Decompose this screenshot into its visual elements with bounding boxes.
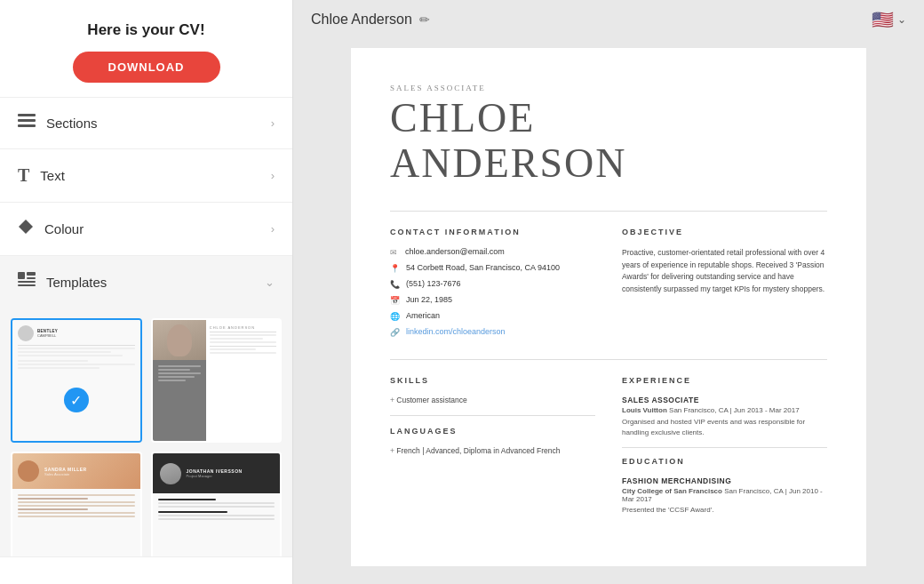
cv-divider-2 (390, 359, 827, 360)
exp-desc-0: Organised and hosted VIP events and was … (622, 417, 827, 438)
contact-title: CONTACT INFORMATION (390, 228, 595, 236)
edu-desc-0: Presented the 'CCSF Award'. (622, 506, 827, 514)
cv-divider-skills (390, 415, 595, 416)
sections-label: Sections (46, 116, 98, 131)
contact-address: 📍 54 Corbett Road, San Francisco, CA 941… (390, 263, 595, 273)
cv-title-area: Chloe Anderson ✏ (311, 12, 430, 28)
right-panel: Chloe Anderson ✏ 🇺🇸 ⌄ SALES ASSOCIATE CH… (293, 0, 924, 584)
flag-icon: 🇺🇸 (872, 9, 894, 30)
edu-school-name-0: City College of San Francisco (622, 487, 722, 495)
lang-item-0: French | Advanced, Diploma in Advanced F… (390, 446, 595, 455)
right-col: EXPERIENCE SALES ASSOCIATE Louis Vuitton… (622, 376, 827, 514)
svg-rect-5 (27, 277, 36, 279)
colour-chevron: › (271, 222, 275, 236)
contact-nationality: 🌐 American (390, 311, 595, 321)
header-title: Here is your CV! (18, 21, 275, 39)
template-card-chloe[interactable]: CHLOE ANDERSON (151, 318, 283, 443)
edu-degree-0: FASHION MERCHANDISING (622, 476, 827, 485)
svg-rect-3 (18, 272, 25, 279)
location-icon: 📍 (390, 264, 400, 273)
calendar-icon: 📅 (390, 296, 400, 305)
svg-rect-2 (18, 124, 36, 127)
cv-divider-1 (390, 211, 827, 212)
templates-icon (18, 272, 36, 292)
text-icon: T (18, 165, 29, 186)
contact-dob: 📅 Jun 22, 1985 (390, 295, 595, 305)
svg-rect-4 (27, 272, 36, 276)
cv-name-line2: ANDERSON (390, 140, 626, 186)
cv-full-name: CHLOE ANDERSON (390, 96, 827, 186)
linkedin-icon: 🔗 (390, 328, 400, 337)
objective-title: OBJECTIVE (622, 228, 827, 236)
objective-text: Proactive, customer-orientated retail pr… (622, 247, 827, 295)
templates-section: Templates ⌄ BENTLEY CAMPBELL (0, 256, 292, 557)
cv-divider-exp (622, 447, 827, 448)
sections-icon (18, 114, 36, 132)
exp-company-detail-0: San Francisco, CA | Jun 2013 - Mar 2017 (669, 406, 800, 414)
cv-job-title: SALES ASSOCIATE (390, 84, 827, 92)
languages-title: LANGUAGES (390, 427, 595, 436)
linkedin-link[interactable]: linkedin.com/chloeanderson (406, 327, 506, 336)
phone-icon: 📞 (390, 280, 400, 289)
cv-container: SALES ASSOCIATE CHLOE ANDERSON CONTACT I… (293, 39, 924, 584)
contact-linkedin: 🔗 linkedin.com/chloeanderson (390, 327, 595, 337)
left-col: SKILLS Customer assistance LANGUAGES Fre… (390, 376, 595, 514)
skill-item-0: Customer assistance (390, 396, 595, 404)
sidebar-item-sections[interactable]: Sections › (0, 98, 292, 149)
templates-header[interactable]: Templates ⌄ (0, 256, 292, 308)
objective-section: OBJECTIVE Proactive, customer-orientated… (622, 228, 827, 343)
skills-title: SKILLS (390, 376, 595, 385)
colour-icon (18, 219, 34, 239)
experience-title: EXPERIENCE (622, 376, 827, 385)
exp-company-0: Louis Vuitton San Francisco, CA | Jun 20… (622, 406, 827, 414)
text-label: Text (40, 168, 65, 183)
templates-grid: BENTLEY CAMPBELL ✓ (0, 308, 292, 556)
templates-label: Templates (46, 275, 107, 290)
download-button[interactable]: DOWNLOAD (73, 52, 220, 83)
edit-icon[interactable]: ✏ (419, 12, 430, 27)
email-icon: ✉ (390, 248, 399, 257)
svg-rect-7 (18, 284, 36, 286)
right-header: Chloe Anderson ✏ 🇺🇸 ⌄ (293, 0, 924, 39)
svg-rect-0 (18, 114, 36, 116)
cv-name-line1: CHLOE (390, 95, 535, 140)
contact-email: ✉ chloe.anderson@email.com (390, 247, 595, 257)
template-card-sandra[interactable]: SANDRA MILLER Sales Associate (11, 452, 142, 556)
templates-chevron: ⌄ (265, 276, 275, 289)
text-chevron: › (271, 169, 275, 182)
svg-rect-1 (18, 119, 36, 122)
exp-company-name-0: Louis Vuitton (622, 406, 667, 414)
sections-chevron: › (271, 116, 275, 130)
sidebar-item-text[interactable]: T Text › (0, 149, 292, 203)
cv-two-col-top: CONTACT INFORMATION ✉ chloe.anderson@ema… (390, 228, 827, 343)
template-card-bentley[interactable]: BENTLEY CAMPBELL ✓ (11, 318, 142, 443)
education-title: EDUCATION (622, 457, 827, 466)
flag-chevron: ⌄ (897, 13, 906, 26)
flag-area[interactable]: 🇺🇸 ⌄ (872, 9, 906, 30)
cv-paper: SALES ASSOCIATE CHLOE ANDERSON CONTACT I… (351, 48, 866, 566)
template-card-jonathan[interactable]: JONATHAN IVERSSON Project Manager (151, 452, 283, 556)
svg-rect-6 (18, 281, 36, 283)
left-panel: Here is your CV! DOWNLOAD Sections › T T… (0, 0, 293, 584)
colour-label: Colour (44, 221, 84, 236)
left-header: Here is your CV! DOWNLOAD (0, 0, 292, 98)
globe-icon: 🌐 (390, 312, 400, 321)
contact-section: CONTACT INFORMATION ✉ chloe.anderson@ema… (390, 228, 595, 343)
cv-header: SALES ASSOCIATE CHLOE ANDERSON (390, 84, 827, 186)
cv-title: Chloe Anderson (311, 12, 412, 28)
contact-phone: 📞 (551) 123-7676 (390, 279, 595, 289)
sidebar-item-colour[interactable]: Colour › (0, 203, 292, 256)
edu-school-0: City College of San Francisco San Franci… (622, 487, 827, 503)
exp-role-0: SALES ASSOCIATE (622, 396, 827, 404)
cv-two-col-bottom: SKILLS Customer assistance LANGUAGES Fre… (390, 376, 827, 514)
